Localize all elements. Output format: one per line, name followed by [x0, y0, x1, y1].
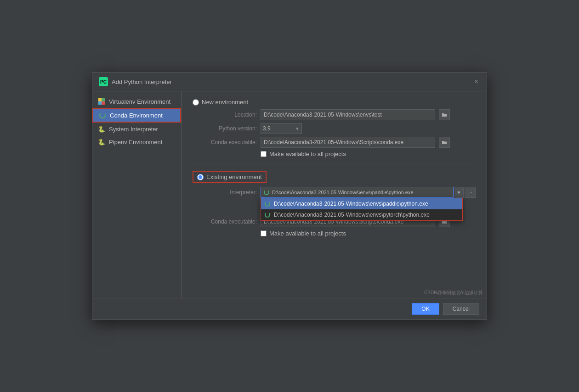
sidebar-label-virtualenv: Virtualenv Environment — [109, 98, 170, 105]
make-available-checkbox-existing[interactable] — [261, 230, 267, 236]
interpreter-input-display: D:\code\Anaconda3-2021.05-Windows\envs\p… — [261, 187, 454, 198]
sidebar-label-pipenv: Pipenv Environment — [109, 139, 162, 146]
watermark: CSDN@华阳信息AI边缘计算 — [424, 290, 483, 296]
title-bar-left: PC Add Python Interpreter — [99, 77, 172, 86]
conda-icon-pytorch — [265, 212, 270, 218]
dropdown-option-pytorch-label: D:\code\Anaconda3-2021.05-Windows\envs\p… — [274, 212, 430, 218]
sidebar-item-system[interactable]: 🐍 System Interpreter — [92, 123, 181, 135]
existing-environment-section: Existing environment Interpreter: D:\cod… — [193, 171, 476, 237]
conda-exec-input-new[interactable] — [261, 137, 435, 148]
dialog-footer: OK Cancel — [92, 298, 487, 319]
location-input[interactable] — [261, 109, 435, 120]
python-version-row: Python version: 3.9 3.8 3.7 ▼ — [202, 123, 476, 134]
close-button[interactable]: × — [472, 77, 480, 86]
dialog-body: Virtualenv Environment Conda Environment… — [92, 91, 487, 298]
sidebar-label-conda: Conda Environment — [110, 112, 163, 119]
new-environment-section: New environment Location: Python version… — [193, 99, 476, 157]
interpreter-dropdown-popup: D:\code\Anaconda3-2021.05-Windows\envs\p… — [261, 198, 463, 221]
interpreter-dropdown-button[interactable]: ▼ — [454, 187, 464, 198]
pipenv-icon: 🐍 — [98, 138, 105, 146]
dropdown-option-pytorch[interactable]: D:\code\Anaconda3-2021.05-Windows\envs\p… — [261, 209, 462, 220]
interpreter-row: Interpreter: D:\code\Anaconda3-2021.05-W… — [202, 187, 476, 198]
location-folder-button[interactable] — [439, 109, 450, 120]
make-available-label-existing[interactable]: Make available to all projects — [269, 230, 346, 237]
svg-rect-3 — [102, 98, 105, 101]
python-version-select-wrapper[interactable]: 3.9 3.8 3.7 ▼ — [261, 123, 302, 134]
python-version-label: Python version: — [202, 125, 257, 132]
conda-exec-label-new: Conda executable: — [202, 139, 257, 146]
cancel-button[interactable]: Cancel — [443, 303, 479, 315]
make-available-row-existing: Make available to all projects — [261, 230, 476, 237]
python-version-select[interactable]: 3.9 3.8 3.7 — [261, 125, 295, 132]
title-bar: PC Add Python Interpreter × — [92, 73, 487, 91]
make-available-label-new[interactable]: Make available to all projects — [269, 151, 346, 157]
existing-env-fields: Interpreter: D:\code\Anaconda3-2021.05-W… — [202, 187, 476, 237]
svg-point-6 — [100, 112, 105, 118]
conda-exec-label-existing: Conda executable: — [202, 218, 257, 225]
python-icon: 🐍 — [98, 125, 105, 133]
dropdown-option-paddle-label: D:\code\Anaconda3-2021.05-Windows\envs\p… — [274, 201, 428, 207]
make-available-row-new: Make available to all projects — [261, 151, 476, 157]
interpreter-label: Interpreter: — [202, 189, 257, 196]
interpreter-dropdown-area: D:\code\Anaconda3-2021.05-Windows\envs\p… — [261, 187, 476, 198]
divider — [193, 164, 476, 164]
make-available-checkbox-new[interactable] — [261, 151, 267, 157]
dropdown-option-paddle[interactable]: D:\code\Anaconda3-2021.05-Windows\envs\p… — [261, 198, 462, 209]
pycharm-icon: PC — [99, 77, 108, 86]
new-environment-label[interactable]: New environment — [202, 99, 248, 106]
conda-exec-folder-button-new[interactable] — [439, 137, 450, 148]
sidebar-item-conda[interactable]: Conda Environment — [92, 108, 181, 123]
location-row: Location: — [202, 109, 476, 120]
dialog-title: Add Python Interpreter — [112, 78, 172, 85]
interpreter-value-text: D:\code\Anaconda3-2021.05-Windows\envs\p… — [272, 190, 414, 195]
new-env-radio-row: New environment — [193, 99, 476, 106]
sidebar-item-pipenv[interactable]: 🐍 Pipenv Environment — [92, 135, 181, 148]
location-label: Location: — [202, 112, 257, 118]
sidebar-item-virtualenv[interactable]: Virtualenv Environment — [92, 95, 181, 108]
interpreter-conda-icon — [264, 190, 269, 195]
svg-rect-2 — [98, 98, 102, 101]
svg-rect-4 — [98, 101, 102, 105]
existing-environment-radio[interactable] — [197, 174, 204, 180]
chevron-down-icon: ▼ — [295, 126, 301, 131]
svg-rect-5 — [102, 101, 105, 105]
main-content: New environment Location: Python version… — [182, 91, 487, 298]
sidebar-label-system: System Interpreter — [109, 126, 158, 133]
sidebar: Virtualenv Environment Conda Environment… — [92, 91, 182, 298]
add-python-interpreter-dialog: PC Add Python Interpreter × Virtualenv E… — [92, 72, 487, 320]
existing-env-radio-row: Existing environment — [193, 171, 267, 183]
new-env-fields: Location: Python version: 3.9 3.8 — [202, 109, 476, 157]
svg-text:PC: PC — [100, 79, 107, 84]
conda-icon-paddle — [265, 201, 270, 207]
conda-exec-row-new: Conda executable: — [202, 137, 476, 148]
new-environment-radio[interactable] — [193, 99, 199, 106]
existing-environment-label[interactable]: Existing environment — [206, 174, 262, 180]
interpreter-browse-button[interactable]: ··· — [465, 187, 476, 198]
conda-icon — [99, 112, 106, 119]
ok-button[interactable]: OK — [412, 303, 439, 315]
virtualenv-icon — [98, 98, 105, 105]
